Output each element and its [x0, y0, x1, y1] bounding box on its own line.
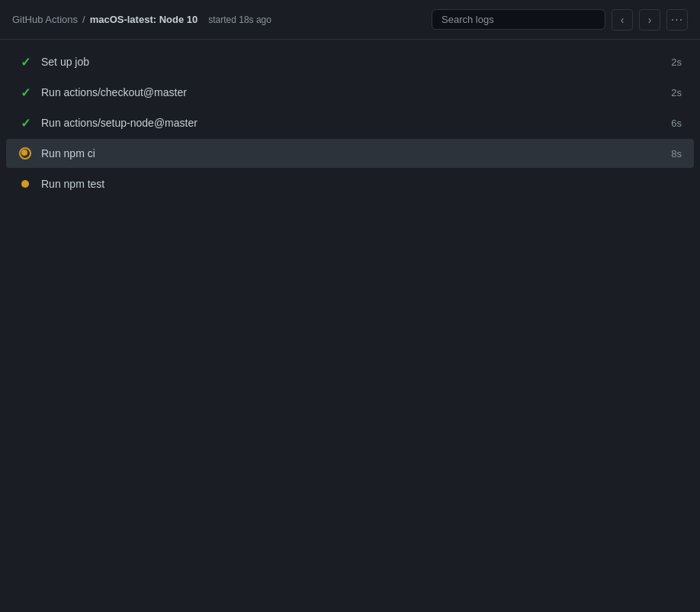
- running-icon: [18, 147, 32, 160]
- job-name: Run npm test: [41, 178, 104, 190]
- success-icon: ✓: [18, 116, 32, 130]
- job-item-left: Run npm test: [18, 177, 104, 191]
- job-name: Set up job: [41, 56, 89, 68]
- job-item-left: Run npm ci: [18, 147, 95, 160]
- more-button[interactable]: ···: [666, 9, 688, 31]
- job-item[interactable]: ✓ Set up job 2s: [6, 47, 694, 76]
- breadcrumb-separator: /: [82, 14, 85, 25]
- job-item[interactable]: Run npm ci 8s: [6, 139, 694, 168]
- job-item-left: ✓ Run actions/checkout@master: [18, 85, 187, 99]
- job-duration: 2s: [671, 56, 682, 68]
- job-duration: 6s: [671, 118, 682, 129]
- header: GitHub Actions / macOS-latest: Node 10 s…: [0, 0, 700, 40]
- job-list: ✓ Set up job 2s ✓ Run actions/checkout@m…: [0, 40, 700, 206]
- search-input[interactable]: [432, 9, 605, 30]
- job-item[interactable]: ✓ Run actions/setup-node@master 6s: [6, 108, 694, 137]
- page-container: GitHub Actions / macOS-latest: Node 10 s…: [0, 0, 700, 206]
- job-duration: 8s: [671, 148, 682, 159]
- success-icon: ✓: [18, 55, 32, 69]
- job-item[interactable]: Run npm test: [6, 169, 694, 198]
- header-right: ‹ › ···: [432, 9, 688, 31]
- breadcrumb-prefix: GitHub Actions: [12, 14, 78, 25]
- started-label: started 18s ago: [208, 14, 271, 25]
- job-name: Run actions/checkout@master: [41, 86, 187, 98]
- job-item-left: ✓ Set up job: [18, 55, 89, 69]
- job-duration: 2s: [671, 87, 682, 98]
- next-button[interactable]: ›: [639, 9, 660, 31]
- job-name: Run npm ci: [41, 147, 95, 159]
- breadcrumb-title: macOS-latest: Node 10: [90, 14, 198, 25]
- success-icon: ✓: [18, 85, 32, 99]
- job-name: Run actions/setup-node@master: [41, 117, 197, 129]
- job-item[interactable]: ✓ Run actions/checkout@master 2s: [6, 78, 694, 107]
- job-item-left: ✓ Run actions/setup-node@master: [18, 116, 197, 130]
- pending-icon: [18, 177, 32, 191]
- header-left: GitHub Actions / macOS-latest: Node 10 s…: [12, 14, 271, 25]
- prev-button[interactable]: ‹: [612, 9, 633, 31]
